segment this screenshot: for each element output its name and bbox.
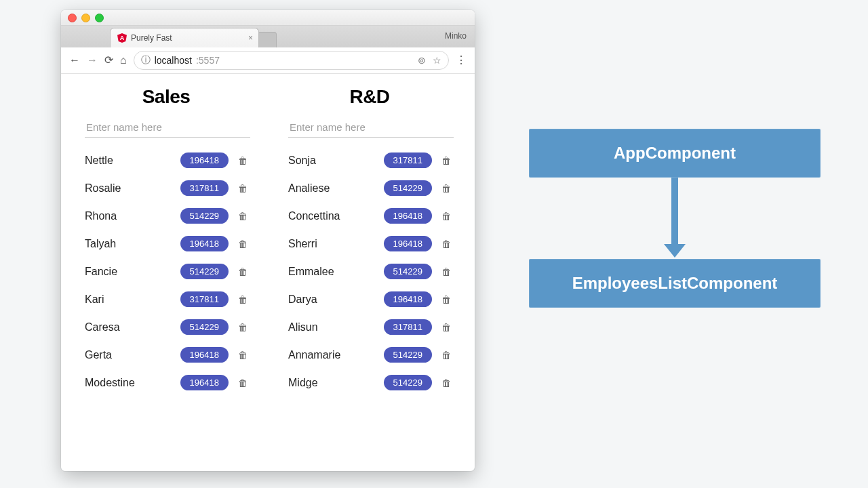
list-item: Nettle196418🗑	[85, 152, 248, 168]
new-tab-button[interactable]	[258, 32, 277, 47]
value-pill: 196418	[384, 236, 432, 251]
column-rd: R&D Sonja317811🗑 Analiese514229🗑 Concett…	[288, 86, 451, 390]
trash-icon[interactable]: 🗑	[441, 266, 451, 277]
diagram-box-app: AppComponent	[529, 129, 821, 178]
trash-icon[interactable]: 🗑	[441, 378, 451, 388]
sales-name-input[interactable]	[85, 117, 250, 138]
list-item: Emmalee514229🗑	[288, 264, 451, 279]
angular-favicon-icon	[117, 33, 127, 43]
diagram-box-employees: EmployeesListComponent	[529, 259, 821, 308]
trash-icon[interactable]: 🗑	[441, 294, 451, 305]
tab-close-icon[interactable]: ×	[248, 34, 253, 42]
trash-icon[interactable]: 🗑	[238, 322, 248, 333]
browser-window: Purely Fast × Minko ← → ⟳ ⌂ ⓘ localhost:…	[61, 10, 475, 471]
trash-icon[interactable]: 🗑	[238, 350, 248, 361]
rd-rows: Sonja317811🗑 Analiese514229🗑 Concettina1…	[288, 152, 451, 390]
list-item: Caresa514229🗑	[85, 319, 248, 335]
list-item: Analiese514229🗑	[288, 180, 451, 196]
list-item: Modestine196418🗑	[85, 375, 248, 390]
list-item: Sonja317811🗑	[288, 152, 451, 168]
urlbar: ← → ⟳ ⌂ ⓘ localhost:5557 ⊚ ☆ ⋮	[61, 47, 475, 74]
list-item: Sherri196418🗑	[288, 236, 451, 251]
trash-icon[interactable]: 🗑	[441, 350, 451, 361]
trash-icon[interactable]: 🗑	[238, 378, 248, 388]
employee-name: Alisun	[288, 321, 384, 333]
profile-name[interactable]: Minko	[445, 31, 467, 41]
list-item: Concettina196418🗑	[288, 208, 451, 224]
list-item: Darya196418🗑	[288, 291, 451, 307]
tab-title: Purely Fast	[131, 33, 172, 43]
value-pill: 196418	[384, 291, 432, 307]
tabstrip: Purely Fast × Minko	[61, 26, 475, 47]
list-item: Rosalie317811🗑	[85, 180, 248, 196]
value-pill: 196418	[384, 208, 432, 224]
nav-forward-icon[interactable]: →	[87, 55, 98, 66]
employee-name: Darya	[288, 293, 384, 306]
trash-icon[interactable]: 🗑	[441, 322, 451, 333]
value-pill: 196418	[180, 347, 229, 363]
value-pill: 514229	[384, 375, 432, 390]
trash-icon[interactable]: 🗑	[441, 155, 451, 166]
tab-purely-fast[interactable]: Purely Fast ×	[110, 28, 259, 47]
nav-reload-icon[interactable]: ⟳	[104, 55, 113, 66]
browser-menu-icon[interactable]: ⋮	[456, 55, 467, 66]
employee-name: Annamarie	[288, 349, 384, 361]
rd-name-input[interactable]	[288, 117, 454, 138]
employee-name: Emmalee	[288, 266, 384, 278]
employee-name: Rosalie	[85, 182, 180, 195]
maximize-window-icon[interactable]	[95, 14, 104, 22]
trash-icon[interactable]: 🗑	[441, 211, 451, 222]
column-title-sales: Sales	[85, 86, 248, 108]
employee-name: Nettle	[85, 155, 180, 167]
trash-icon[interactable]: 🗑	[238, 155, 248, 166]
value-pill: 514229	[384, 180, 432, 196]
value-pill: 196418	[180, 375, 229, 390]
employee-name: Caresa	[85, 321, 180, 333]
component-diagram: AppComponent EmployeesListComponent	[529, 129, 821, 308]
nav-back-icon[interactable]: ←	[69, 55, 80, 66]
site-info-icon[interactable]: ⓘ	[141, 54, 151, 66]
employee-name: Fancie	[85, 266, 180, 278]
employee-name: Modestine	[85, 377, 180, 389]
list-item: Talyah196418🗑	[85, 236, 248, 251]
list-item: Alisun317811🗑	[288, 319, 451, 335]
diagram-arrow	[529, 178, 821, 259]
bookmark-star-icon[interactable]: ☆	[433, 55, 441, 66]
page-content: Sales Nettle196418🗑 Rosalie317811🗑 Rhona…	[61, 73, 475, 471]
value-pill: 317811	[384, 319, 432, 335]
sales-rows: Nettle196418🗑 Rosalie317811🗑 Rhona514229…	[85, 152, 248, 390]
list-item: Annamarie514229🗑	[288, 347, 451, 363]
close-window-icon[interactable]	[68, 14, 77, 22]
employee-name: Analiese	[288, 182, 384, 195]
column-sales: Sales Nettle196418🗑 Rosalie317811🗑 Rhona…	[85, 86, 248, 390]
employee-name: Kari	[85, 293, 180, 306]
trash-icon[interactable]: 🗑	[238, 294, 248, 305]
value-pill: 317811	[180, 180, 229, 196]
trash-icon[interactable]: 🗑	[238, 183, 248, 194]
employee-name: Talyah	[85, 238, 180, 250]
employee-name: Sherri	[288, 238, 384, 250]
trash-icon[interactable]: 🗑	[238, 239, 248, 249]
value-pill: 196418	[180, 236, 229, 251]
employee-name: Rhona	[85, 210, 180, 222]
trash-icon[interactable]: 🗑	[238, 211, 248, 222]
employee-name: Midge	[288, 377, 384, 389]
employee-name: Concettina	[288, 210, 384, 222]
trash-icon[interactable]: 🗑	[238, 266, 248, 277]
value-pill: 317811	[180, 291, 229, 307]
trash-icon[interactable]: 🗑	[441, 239, 451, 249]
value-pill: 514229	[180, 208, 229, 224]
minimize-window-icon[interactable]	[81, 14, 90, 22]
employee-name: Gerta	[85, 349, 180, 361]
value-pill: 514229	[384, 347, 432, 363]
nav-home-icon[interactable]: ⌂	[120, 55, 127, 66]
value-pill: 514229	[180, 264, 229, 279]
list-item: Fancie514229🗑	[85, 264, 248, 279]
list-item: Rhona514229🗑	[85, 208, 248, 224]
target-icon[interactable]: ⊚	[418, 55, 426, 66]
employee-name: Sonja	[288, 155, 384, 167]
trash-icon[interactable]: 🗑	[441, 183, 451, 194]
omnibox[interactable]: ⓘ localhost:5557 ⊚ ☆	[134, 51, 449, 70]
value-pill: 317811	[384, 152, 432, 168]
list-item: Gerta196418🗑	[85, 347, 248, 363]
